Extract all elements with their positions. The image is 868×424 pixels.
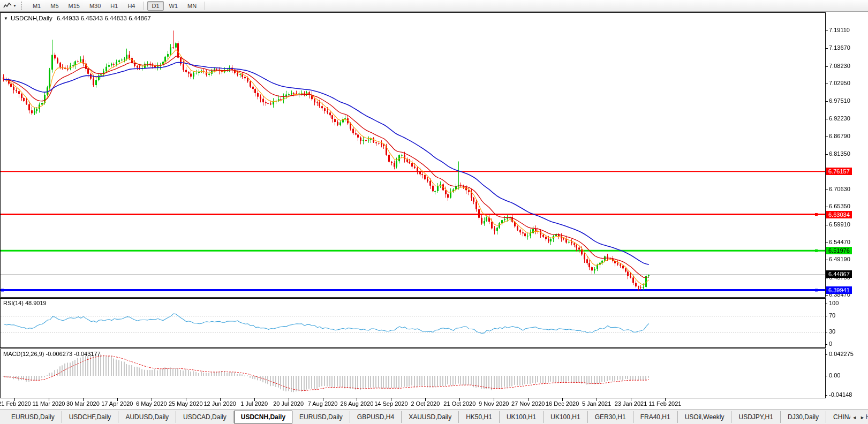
chart-tab-xauusd-daily[interactable]: XAUUSD,Daily (402, 411, 459, 423)
chart-tab-eurusd-daily[interactable]: EURUSD,Daily (292, 411, 350, 423)
chart-zigzag-icon (3, 2, 12, 10)
toolbar-separator (205, 2, 205, 10)
price-axis-tick-label: 7.13670 (829, 44, 850, 51)
time-axis-tick-label: 6 May 2020 (136, 400, 167, 407)
time-axis-tick-label: 21 Oct 2020 (443, 400, 475, 407)
toolbar-separator (143, 2, 144, 10)
time-axis-tick-label: 30 Mar 2020 (66, 400, 100, 407)
timeframe-button-m5[interactable]: M5 (46, 1, 63, 11)
timeframe-buttons: M1M5M15M30H1H4D1W1MN (28, 1, 208, 11)
macd-scale-label: -0.04148 (829, 391, 852, 398)
time-axis-tick-label: 1 Jul 2020 (240, 400, 268, 407)
chart-tab-fra40-h1[interactable]: FRA40,H1 (633, 411, 678, 423)
chart-tab-ger30-h1[interactable]: GER30,H1 (588, 411, 633, 423)
chart-tabs: EURUSD,DailyUSDCHF,DailyAUDUSD,DailyUSDC… (4, 411, 868, 423)
price-badge: 6.39941 (826, 286, 852, 294)
time-axis-tick-label: 7 Aug 2020 (308, 400, 338, 407)
rsi-scale-label: 0 (829, 340, 832, 347)
price-chart-canvas[interactable] (0, 0, 868, 424)
time-axis-tick-label: 9 Nov 2020 (479, 400, 509, 407)
chart-tab-bar: EURUSD,DailyUSDCHF,DailyAUDUSD,DailyUSDC… (0, 410, 868, 424)
chart-tab-hk50-h1[interactable]: HK50,H1 (459, 411, 500, 423)
tab-scroll-arrows: ◄ ► (850, 410, 866, 424)
price-axis-tick-label: 7.08230 (829, 63, 850, 69)
time-axis-tick-label: 26 Aug 2020 (341, 400, 374, 407)
price-badge: 6.76157 (826, 168, 852, 175)
toolbar-grip[interactable] (21, 2, 24, 10)
trading-terminal-window: ▼ M1M5M15M30H1H4D1W1MN ▼ USDCNH,Daily 6.… (0, 0, 868, 424)
chart-tab-eurusd-daily[interactable]: EURUSD,Daily (4, 411, 62, 423)
rsi-scale-label: 30 (829, 328, 835, 335)
timeframe-button-m1[interactable]: M1 (28, 1, 45, 11)
time-axis-tick-label: 5 Jan 2021 (582, 400, 611, 407)
tab-scroll-right-button[interactable]: ► (860, 415, 865, 420)
price-axis-tick-label: 6.86790 (829, 133, 850, 139)
price-axis-tick-label: 7.02950 (829, 80, 850, 86)
time-axis-tick-label: 20 Jul 2020 (273, 400, 304, 407)
price-axis-tick-label: 6.97510 (829, 97, 850, 104)
chart-tab-audusd-daily[interactable]: AUDUSD,Daily (118, 411, 176, 423)
symbol-caret-icon[interactable]: ▼ (4, 16, 8, 21)
price-axis-tick-label: 6.49190 (829, 256, 850, 262)
timeframe-button-h1[interactable]: H1 (106, 1, 122, 11)
chart-tab-uk100-h1[interactable]: UK100,H1 (500, 411, 544, 423)
chart-tab-usdcad-daily[interactable]: USDCAD,Daily (176, 411, 234, 423)
price-axis-tick-label: 6.59910 (829, 221, 850, 228)
timeframe-button-h4[interactable]: H4 (123, 1, 139, 11)
chart-title-symbol: USDCNH,Daily (11, 15, 52, 21)
time-axis-tick-label: 16 Dec 2020 (546, 400, 579, 407)
chart-tab-usdcnh-daily[interactable]: USDCNH,Daily (234, 411, 292, 423)
chart-tab-usdjpy-h1[interactable]: USDJPY,H1 (731, 411, 780, 423)
time-axis-tick-label: 25 May 2020 (169, 400, 203, 407)
time-axis-tick-label: 14 Sep 2020 (374, 400, 407, 407)
macd-scale-label: 0.042275 (829, 351, 854, 357)
time-axis-tick-label: 11 Feb 2021 (649, 400, 682, 407)
timeframe-button-w1[interactable]: W1 (165, 1, 183, 11)
time-axis-tick-label: 11 Mar 2020 (32, 400, 65, 407)
rsi-label: RSI(14) 48.9019 (3, 300, 47, 306)
macd-label: MACD(12,26,9) -0.006273 -0.043177 (3, 351, 101, 357)
price-axis-tick-label: 6.92230 (829, 115, 850, 122)
time-axis-tick-label: 27 Nov 2020 (511, 400, 545, 407)
time-axis-tick-label: 12 Jun 2020 (203, 400, 236, 407)
price-badge: 6.44867 (826, 270, 852, 278)
timeframe-button-m30[interactable]: M30 (85, 1, 105, 11)
chart-title-ohlc: 6.44933 6.45343 6.44833 6.44867 (57, 15, 151, 21)
rsi-scale-label: 70 (829, 312, 835, 319)
price-axis-tick-label: 6.70630 (829, 186, 850, 192)
price-axis-tick-label: 6.65350 (829, 203, 850, 209)
time-axis-tick-label: 17 Apr 2020 (101, 400, 133, 407)
chart-tab-usoil-weekly[interactable]: USOil,Weekly (678, 411, 732, 423)
chart-tab-usdchf-daily[interactable]: USDCHF,Daily (62, 411, 119, 423)
timeframe-button-m15[interactable]: M15 (64, 1, 84, 11)
chart-tab-uk100-h1[interactable]: UK100,H1 (544, 411, 587, 423)
macd-scale-label: 0.00 (829, 372, 840, 378)
price-badge: 6.51976 (826, 247, 852, 254)
chart-tab-gbpusd-h4[interactable]: GBPUSD,H4 (350, 411, 402, 423)
time-axis-tick-label: 2 Oct 2020 (411, 400, 440, 407)
price-axis-tick-label: 6.54470 (829, 239, 850, 245)
chart-tab-dj30-daily[interactable]: DJ30,Daily (781, 411, 826, 423)
time-axis-tick-label: 23 Jan 2021 (615, 400, 647, 407)
timeframe-button-mn[interactable]: MN (183, 1, 201, 11)
timeframe-button-d1[interactable]: D1 (147, 1, 163, 11)
timeframe-toolbar: ▼ M1M5M15M30H1H4D1W1MN (0, 0, 868, 12)
time-axis-tick-label: 21 Feb 2020 (0, 400, 31, 407)
chart-icon[interactable] (3, 2, 12, 10)
dropdown-caret-icon[interactable]: ▼ (13, 4, 17, 7)
price-axis-tick-label: 7.19110 (829, 27, 850, 33)
price-badge: 6.63034 (826, 211, 852, 218)
chart-title: ▼ USDCNH,Daily 6.44933 6.45343 6.44833 6… (4, 15, 151, 21)
tab-scroll-left-button[interactable]: ◄ (852, 415, 857, 420)
price-axis-tick-label: 6.81350 (829, 150, 850, 157)
rsi-scale-label: 100 (829, 300, 839, 306)
